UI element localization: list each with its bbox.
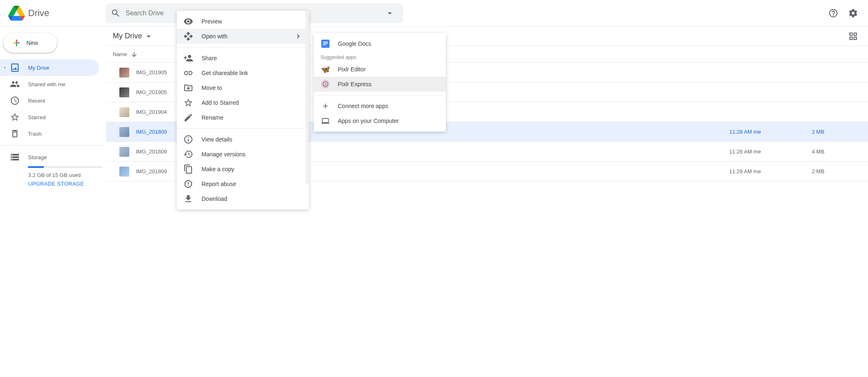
trash-icon <box>10 129 20 139</box>
menu-item-share[interactable]: Share <box>177 51 309 66</box>
history-icon <box>183 149 193 159</box>
menu-item-label: Download <box>202 196 227 202</box>
submenu-item-label: Connect more apps <box>338 103 388 109</box>
file-thumbnail <box>119 127 129 137</box>
file-size: 4 MB <box>812 148 861 155</box>
menu-item-label: Share <box>202 55 217 61</box>
menu-item-report-abuse[interactable]: Report abuse <box>177 177 309 191</box>
menu-item-view-details[interactable]: View details <box>177 132 309 147</box>
file-thumbnail <box>119 68 129 78</box>
storage-used-text: 3.2 GB of 15 GB used <box>28 172 99 178</box>
sidebar-item-shared[interactable]: Shared with me <box>0 76 99 92</box>
svg-rect-3 <box>323 45 326 45</box>
submenu-item-google-docs[interactable]: Google Docs <box>314 36 446 51</box>
sidebar-item-label: My Drive <box>28 65 49 71</box>
grid-view-button[interactable] <box>845 28 861 45</box>
menu-item-move-to[interactable]: Move to <box>177 80 309 95</box>
file-thumbnail <box>119 167 129 177</box>
menu-item-manage-versions[interactable]: Manage versions <box>177 147 309 162</box>
pencil-icon <box>183 113 193 123</box>
file-modified: 11:29 AM me <box>729 168 812 174</box>
menu-item-label: Make a copy <box>202 166 234 172</box>
menu-item-preview[interactable]: Preview <box>177 14 309 29</box>
grid-view-icon <box>848 31 858 41</box>
divider <box>0 145 106 146</box>
storage-bar <box>28 166 102 168</box>
storage-icon <box>10 152 20 162</box>
menu-item-label: Rename <box>202 114 223 121</box>
menu-item-label: Manage versions <box>202 151 246 158</box>
file-size: 2 MB <box>812 168 861 174</box>
download-icon <box>183 194 193 204</box>
help-icon <box>828 8 838 18</box>
menu-item-label: Add to Starred <box>202 99 239 106</box>
file-thumbnail <box>119 107 129 117</box>
upgrade-storage-link[interactable]: UPGRADE STORAGE <box>28 181 99 187</box>
pixlr-express-icon <box>321 80 330 88</box>
header: Drive <box>0 0 868 26</box>
sidebar-item-starred[interactable]: Starred <box>0 109 99 125</box>
menu-item-label: Preview <box>202 18 222 25</box>
report-icon <box>183 179 193 189</box>
my-drive-icon <box>10 63 20 73</box>
google-docs-icon <box>321 40 330 48</box>
storage-label: Storage <box>28 154 47 160</box>
menu-item-open-with[interactable]: Open with <box>177 29 309 44</box>
copy-icon <box>183 164 193 174</box>
new-button-label: New <box>26 40 38 46</box>
submenu-item-on-computer[interactable]: Apps on your Computer <box>314 113 446 128</box>
computer-icon <box>321 117 330 125</box>
star-outline-icon <box>183 98 193 108</box>
sidebar-item-label: Trash <box>28 131 42 137</box>
chevron-right-icon <box>294 32 302 40</box>
expand-arrow-icon[interactable] <box>2 65 7 70</box>
menu-item-add-starred[interactable]: Add to Starred <box>177 95 309 110</box>
menu-item-label: View details <box>202 136 232 143</box>
breadcrumb[interactable]: My Drive <box>109 30 157 43</box>
submenu-suggested-header: Suggested apps <box>314 51 446 62</box>
person-add-icon <box>183 53 193 63</box>
column-name-label: Name <box>113 51 127 57</box>
menu-item-get-link[interactable]: Get shareable link <box>177 66 309 80</box>
open-with-submenu: Google Docs Suggested apps 🦋 Pixlr Edito… <box>314 33 446 132</box>
sidebar: New My Drive Shared with me Recent Starr… <box>0 26 106 377</box>
divider <box>314 95 446 95</box>
link-icon <box>183 68 193 78</box>
shared-icon <box>10 79 20 89</box>
divider <box>177 47 309 47</box>
app-name: Drive <box>28 8 49 19</box>
star-icon <box>10 112 20 122</box>
gear-icon <box>848 8 858 18</box>
settings-button[interactable] <box>845 5 861 21</box>
sidebar-item-label: Starred <box>28 114 46 120</box>
storage-section: Storage 3.2 GB of 15 GB used UPGRADE STO… <box>0 149 106 190</box>
context-menu: Preview Open with Share Get shareable li… <box>177 11 309 210</box>
logo-area[interactable]: Drive <box>3 5 106 21</box>
submenu-item-label: Google Docs <box>338 40 371 47</box>
breadcrumb-label: My Drive <box>113 32 142 40</box>
menu-item-rename[interactable]: Rename <box>177 110 309 125</box>
menu-item-make-copy[interactable]: Make a copy <box>177 162 309 177</box>
sidebar-item-recent[interactable]: Recent <box>0 92 99 109</box>
svg-rect-2 <box>323 43 328 44</box>
sidebar-item-label: Recent <box>28 98 45 104</box>
menu-item-download[interactable]: Download <box>177 191 309 206</box>
sidebar-item-my-drive[interactable]: My Drive <box>0 59 99 76</box>
help-button[interactable] <box>825 5 842 21</box>
move-to-icon <box>183 83 193 93</box>
arrow-drop-down-icon <box>144 31 154 41</box>
submenu-item-connect-more[interactable]: Connect more apps <box>314 99 446 113</box>
context-menu-scrollbar[interactable] <box>306 11 309 184</box>
submenu-item-pixlr-express[interactable]: Pixlr Express <box>314 77 446 92</box>
sidebar-item-trash[interactable]: Trash <box>0 125 99 142</box>
plus-icon <box>321 102 330 110</box>
file-thumbnail <box>119 147 129 157</box>
new-button[interactable]: New <box>3 33 57 53</box>
submenu-item-pixlr-editor[interactable]: 🦋 Pixlr Editor <box>314 62 446 77</box>
file-size: 2 MB <box>812 129 861 135</box>
svg-point-6 <box>325 83 327 85</box>
arrow-down-icon <box>130 51 138 58</box>
storage-label-row[interactable]: Storage <box>10 152 99 162</box>
divider <box>177 128 309 129</box>
search-options-dropdown[interactable] <box>382 5 398 21</box>
